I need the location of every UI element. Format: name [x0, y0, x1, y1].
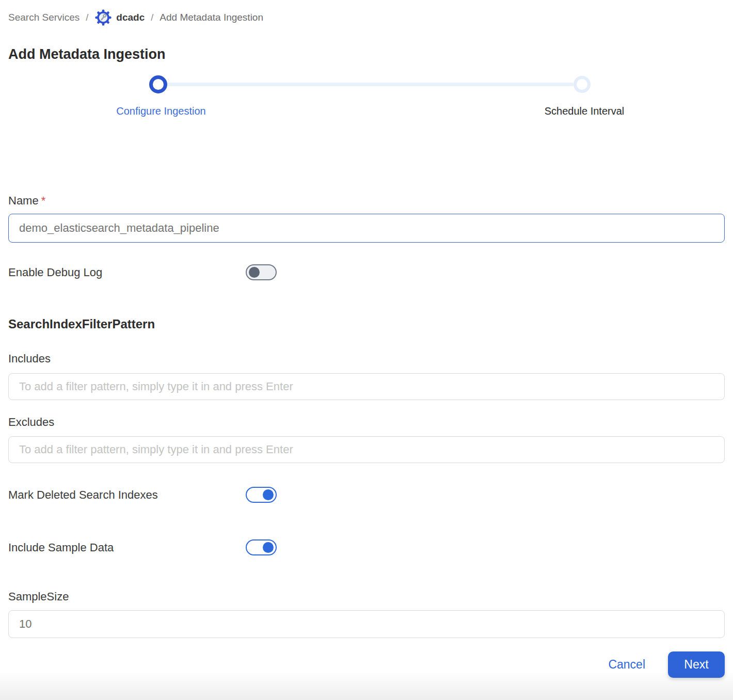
- page-title: Add Metadata Ingestion: [8, 45, 725, 63]
- enable-debug-log-label: Enable Debug Log: [8, 264, 102, 281]
- includes-filter-input[interactable]: [8, 373, 725, 400]
- toggle-knob: [263, 542, 274, 553]
- enable-debug-log-row: Enable Debug Log: [8, 264, 725, 281]
- gear-wrench-icon: [94, 9, 112, 26]
- include-sample-data-label: Include Sample Data: [8, 539, 114, 556]
- stepper-circle-configure-ingestion[interactable]: [149, 75, 167, 93]
- breadcrumb-service-dcadc[interactable]: dcadc: [94, 9, 145, 26]
- stepper-connector-line: [166, 83, 573, 86]
- name-label-text: Name: [8, 194, 39, 207]
- include-sample-data-toggle[interactable]: [246, 539, 277, 555]
- name-input[interactable]: [8, 214, 725, 243]
- breadcrumb: Search Services /: [8, 8, 725, 27]
- breadcrumb-current-page: Add Metadata Ingestion: [160, 12, 263, 23]
- excludes-label: Excludes: [8, 416, 725, 429]
- stepper-circle-schedule-interval[interactable]: [573, 76, 591, 93]
- sample-size-input[interactable]: [8, 610, 725, 638]
- include-sample-data-row: Include Sample Data: [8, 539, 725, 556]
- breadcrumb-search-services[interactable]: Search Services: [8, 12, 79, 23]
- filter-pattern-section-heading: SearchIndexFilterPattern: [8, 317, 725, 331]
- mark-deleted-row: Mark Deleted Search Indexes: [8, 487, 725, 503]
- form-actions: Cancel Next: [8, 651, 725, 678]
- includes-label: Includes: [8, 352, 725, 365]
- excludes-filter-input[interactable]: [8, 436, 725, 463]
- ingestion-stepper: Configure Ingestion Schedule Interval: [8, 75, 725, 125]
- stepper-label-configure-ingestion: Configure Ingestion: [116, 105, 205, 117]
- breadcrumb-service-name: dcadc: [116, 12, 145, 23]
- required-asterisk: *: [41, 194, 46, 207]
- add-metadata-ingestion-page: Search Services /: [0, 0, 733, 700]
- next-button[interactable]: Next: [668, 651, 725, 678]
- cancel-button[interactable]: Cancel: [608, 658, 645, 672]
- toggle-knob: [263, 489, 274, 500]
- mark-deleted-toggle[interactable]: [246, 487, 277, 503]
- mark-deleted-label: Mark Deleted Search Indexes: [8, 487, 158, 503]
- breadcrumb-separator: /: [151, 12, 153, 23]
- name-field-label: Name*: [8, 194, 725, 208]
- toggle-knob: [249, 267, 260, 278]
- stepper-label-schedule-interval: Schedule Interval: [545, 105, 625, 117]
- breadcrumb-separator: /: [86, 12, 88, 23]
- sample-size-label: SampleSize: [8, 590, 725, 603]
- enable-debug-log-toggle[interactable]: [246, 264, 277, 280]
